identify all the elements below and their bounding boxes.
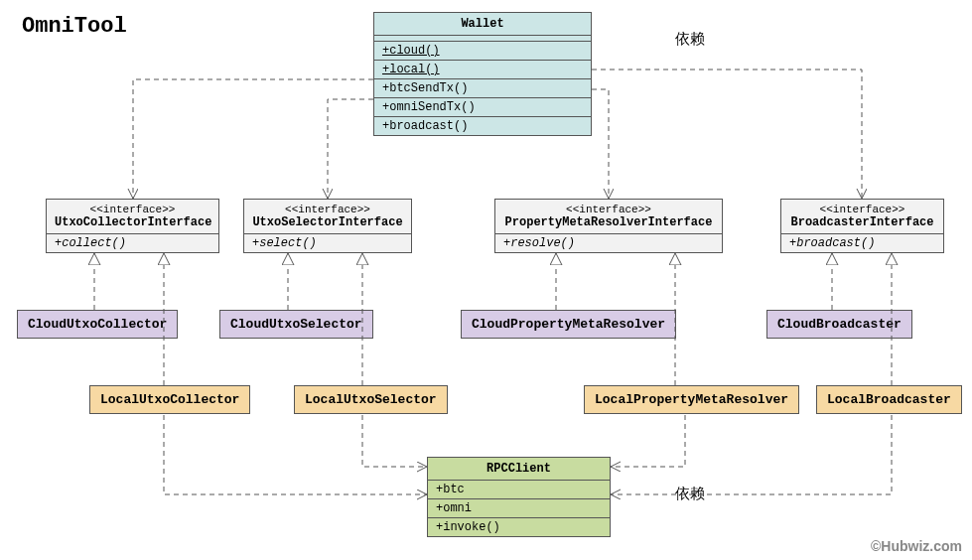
local-broadcaster: LocalBroadcaster <box>816 385 962 414</box>
wallet-local-method: +local() <box>382 63 440 76</box>
local-utxo-collector: LocalUtxoCollector <box>89 385 250 414</box>
interface-name: PropertyMetaResolverInterface <box>505 215 713 229</box>
interface-method: +resolve() <box>503 236 575 250</box>
rpc-client-class: RPCClient +btc +omni +invoke() <box>427 457 611 537</box>
rpc-attr-btc: +btc <box>436 483 465 496</box>
rpc-invoke: +invoke() <box>436 520 500 534</box>
dependency-note-1: 依赖 <box>675 30 705 49</box>
interface-stereo: <<interface>> <box>503 204 714 215</box>
wallet-cloud-method: +cloud() <box>382 44 440 58</box>
wallet-btcsendtx: +btcSendTx() <box>382 81 468 95</box>
wallet-class: Wallet +cloud() +local() +btcSendTx() +o… <box>373 12 592 136</box>
interface-stereo: <<interface>> <box>789 204 935 215</box>
interface-method: +select() <box>252 236 317 250</box>
cloud-property-meta-resolver: CloudPropertyMetaResolver <box>461 310 676 339</box>
interface-name: UtxoCollectorInterface <box>55 215 211 229</box>
wallet-omnisendtx: +omniSendTx() <box>382 100 476 114</box>
rpc-attr-omni: +omni <box>436 501 472 515</box>
property-meta-resolver-interface: <<interface>> PropertyMetaResolverInterf… <box>494 199 723 253</box>
local-utxo-selector: LocalUtxoSelector <box>294 385 448 414</box>
interface-name: BroadcasterInterface <box>790 215 933 229</box>
interface-stereo: <<interface>> <box>252 204 403 215</box>
cloud-utxo-collector: CloudUtxoCollector <box>17 310 178 339</box>
utxo-collector-interface: <<interface>> UtxoCollectorInterface +co… <box>46 199 219 253</box>
dependency-note-2: 依赖 <box>675 485 705 503</box>
wallet-name: Wallet <box>461 17 503 31</box>
cloud-broadcaster: CloudBroadcaster <box>766 310 912 339</box>
diagram-title: OmniTool <box>22 14 127 39</box>
utxo-selector-interface: <<interface>> UtxoSelectorInterface +sel… <box>243 199 412 253</box>
cloud-utxo-selector: CloudUtxoSelector <box>219 310 373 339</box>
rpc-name: RPCClient <box>486 462 551 476</box>
copyright: ©Hubwiz.com <box>871 538 962 554</box>
local-property-meta-resolver: LocalPropertyMetaResolver <box>584 385 799 414</box>
interface-name: UtxoSelectorInterface <box>252 215 402 229</box>
interface-method: +broadcast() <box>789 236 875 250</box>
wallet-broadcast: +broadcast() <box>382 119 468 133</box>
broadcaster-interface: <<interface>> BroadcasterInterface +broa… <box>780 199 944 253</box>
interface-stereo: <<interface>> <box>55 204 210 215</box>
interface-method: +collect() <box>55 236 126 250</box>
